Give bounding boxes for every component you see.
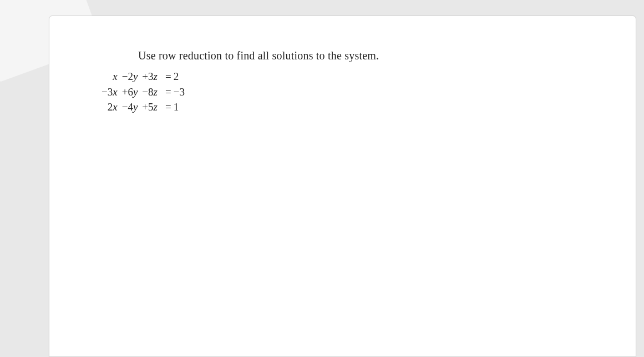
instruction-text: Use row reduction to find all solutions … <box>138 49 602 62</box>
eq-term-z: +3z <box>140 69 160 84</box>
document-page: Use row reduction to find all solutions … <box>49 16 636 357</box>
eq-term-x: −3x <box>99 84 120 100</box>
eq-rhs: 1 <box>173 99 187 115</box>
eq-term-x: x <box>99 69 120 84</box>
eq-term-y: +6y <box>120 84 140 100</box>
equation-row: −3x +6y −8z = −3 <box>99 84 187 100</box>
eq-rhs: −3 <box>173 84 187 100</box>
equation-row: 2x −4y +5z = 1 <box>99 99 187 115</box>
equation-table: x −2y +3z = 2 −3x +6y −8z = −3 2x −4y +5… <box>99 69 187 115</box>
equation-row: x −2y +3z = 2 <box>99 69 187 84</box>
equation-system: x −2y +3z = 2 −3x +6y −8z = −3 2x −4y +5… <box>99 69 602 115</box>
eq-term-y: −2y <box>120 69 140 84</box>
eq-term-z: −8z <box>140 84 160 100</box>
eq-equals: = <box>160 69 173 84</box>
problem-content: Use row reduction to find all solutions … <box>49 16 636 126</box>
eq-equals: = <box>160 84 173 100</box>
eq-term-y: −4y <box>120 99 140 115</box>
eq-term-x: 2x <box>99 99 120 115</box>
eq-rhs: 2 <box>173 69 187 84</box>
eq-term-z: +5z <box>140 99 160 115</box>
eq-equals: = <box>160 99 173 115</box>
